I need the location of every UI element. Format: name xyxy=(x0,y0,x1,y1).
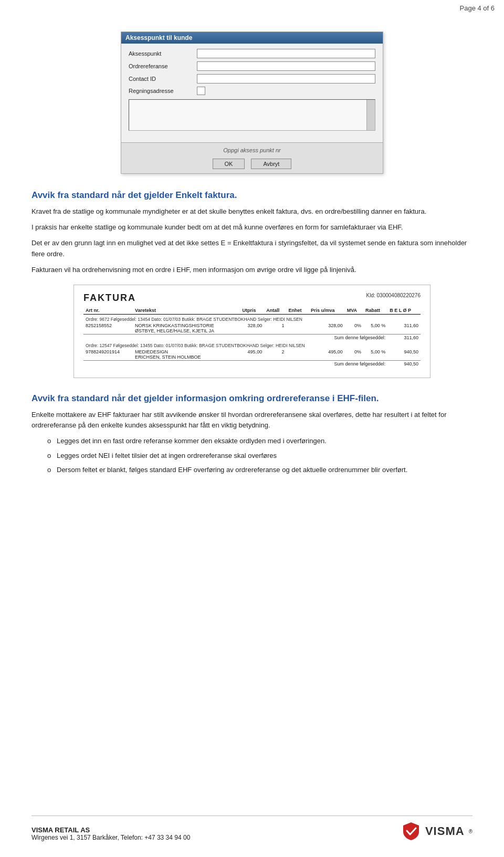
page-footer: VISMA RETAIL AS Wirgenes vei 1, 3157 Bar… xyxy=(32,816,472,841)
col-enhet: Enhet xyxy=(287,307,309,315)
dialog-scrollbar[interactable] xyxy=(366,100,375,130)
dialog-field-ordrereferanse: Ordrereferanse xyxy=(129,61,375,71)
dialog-checkbox-regningsadresse[interactable] xyxy=(197,87,205,95)
dialog-label-aksesspunkt: Aksesspunkt xyxy=(129,50,197,57)
col-belop: B E L Ø P xyxy=(387,307,421,315)
company-address: Wirgenes vei 1, 3157 Barkåker, Telefon: … xyxy=(32,834,190,841)
item-belop-1: 311,60 xyxy=(387,322,421,335)
col-mva: MVA xyxy=(345,307,363,315)
dialog-footer: Oppgi aksess punkt nr OK Avbryt xyxy=(121,142,383,173)
subtotal-row-1: Sum denne følgeseddel: 311,60 xyxy=(83,334,421,341)
item-antall-1: 1 xyxy=(264,322,286,335)
item-row-2: 9788249201914 MEDIEDESIGN ERICHSEN, STEI… xyxy=(83,349,421,361)
item-varetekst-1: NORSK KRINGKASTINGSHISTORIE ØSTBYE, HELG… xyxy=(133,322,240,335)
visma-text: VISMA xyxy=(425,824,465,838)
invoice-box: FAKTURA Kld: 030004080220276 Art nr. Var… xyxy=(74,285,430,378)
bullet-list: Legges det inn en fast ordre referanse k… xyxy=(47,436,472,475)
invoice-title-row: FAKTURA Kld: 030004080220276 xyxy=(83,292,421,304)
visma-icon-svg xyxy=(401,821,421,841)
dialog-ok-button[interactable]: OK xyxy=(213,159,245,169)
col-antall: Antall xyxy=(264,307,286,315)
order-row-2: Ordre: 12547 Følgeseddel: 13455 Dato: 01… xyxy=(83,341,421,349)
item-row-1: 8252158552 NORSK KRINGKASTINGSHISTORIE Ø… xyxy=(83,322,421,335)
section-ordrereferanse-para-1: Enkelte mottakere av EHF fakturaer har s… xyxy=(32,410,472,431)
dialog-inner-area xyxy=(129,99,375,131)
bullet-item-3: Dersom feltet er blankt, følges standard… xyxy=(47,465,472,475)
subtotal-label-1: Sum denne følgeseddel: xyxy=(83,334,387,341)
dialog-input-contactid[interactable] xyxy=(197,74,375,83)
item-utpris-2: 495,00 xyxy=(240,349,264,361)
item-mva-1: 0% xyxy=(345,322,363,335)
section-heading-ordrereferanse: Avvik fra standard når det gjelder infor… xyxy=(32,393,472,404)
item-antall-2: 2 xyxy=(264,349,286,361)
col-utpris: Utpris xyxy=(240,307,264,315)
item-belop-2: 940,50 xyxy=(387,349,421,361)
item-enhet-2 xyxy=(287,349,309,361)
order-row-1: Ordre: 9672 Følgeseddel: 13454 Dato: 01/… xyxy=(83,314,421,322)
dialog-label-ordrereferanse: Ordrereferanse xyxy=(129,63,197,69)
subtotal-value-1: 311,60 xyxy=(387,334,421,341)
section-enkelt-para-1: Kravet fra de statlige og kommunale mynd… xyxy=(32,206,472,217)
item-artnr-2: 9788249201914 xyxy=(83,349,133,361)
dialog-field-aksesspunkt: Aksesspunkt xyxy=(129,49,375,58)
dialog-field-regningsadresse: Regningsadresse xyxy=(129,87,375,95)
subtotal-value-2: 940,50 xyxy=(387,360,421,367)
bullet-item-1: Legges det inn en fast ordre referanse k… xyxy=(47,436,472,446)
footer-company: VISMA RETAIL AS Wirgenes vei 1, 3157 Bar… xyxy=(32,826,190,841)
order-info-2: Ordre: 12547 Følgeseddel: 13455 Dato: 01… xyxy=(83,341,421,349)
dialog-body: Aksesspunkt Ordrereferanse Contact ID Re… xyxy=(121,44,383,142)
section-enkelt-para-3: Det er av den grunn lagt inn en mulighet… xyxy=(32,238,472,259)
subtotal-label-2: Sum denne følgeseddel: xyxy=(83,360,387,367)
company-name: VISMA RETAIL AS xyxy=(32,826,90,834)
invoice-table: Art nr. Varetekst Utpris Antall Enhet Pr… xyxy=(83,307,421,367)
dialog-label-regningsadresse: Regningsadresse xyxy=(129,88,197,94)
item-mva-2: 0% xyxy=(345,349,363,361)
invoice-header-row: Art nr. Varetekst Utpris Antall Enhet Pr… xyxy=(83,307,421,315)
dialog-cancel-button[interactable]: Avbryt xyxy=(251,159,291,169)
col-rabatt: Rabatt xyxy=(363,307,387,315)
dialog-input-aksesspunkt[interactable] xyxy=(197,49,375,58)
invoice-title: FAKTURA xyxy=(83,292,136,304)
dialog-info-text: Oppgi aksess punkt nr xyxy=(223,147,280,153)
item-enhet-1 xyxy=(287,322,309,335)
section-heading-enkelt: Avvik fra standard når det gjelder Enkel… xyxy=(32,190,472,201)
section-enkelt-para-2: I praksis har enkelte statlige og kommun… xyxy=(32,222,472,233)
page-indicator: Page 4 of 6 xyxy=(460,4,495,12)
dialog-titlebar: Aksesspunkt til kunde xyxy=(121,32,383,44)
dialog-screenshot: Aksesspunkt til kunde Aksesspunkt Ordrer… xyxy=(121,32,383,174)
dialog-field-contactid: Contact ID xyxy=(129,74,375,83)
order-info-1: Ordre: 9672 Følgeseddel: 13454 Dato: 01/… xyxy=(83,314,421,322)
col-artnr: Art nr. xyxy=(83,307,133,315)
visma-logo: VISMA® xyxy=(401,821,472,841)
item-artnr-1: 8252158552 xyxy=(83,322,133,335)
item-rabatt-1: 5,00 % xyxy=(363,322,387,335)
dialog-label-contactid: Contact ID xyxy=(129,76,197,82)
item-prismva-1: 328,00 xyxy=(309,322,345,335)
dialog-buttons: OK Avbryt xyxy=(213,159,292,169)
item-varetekst-2: MEDIEDESIGN ERICHSEN, STEIN HOLMBOE xyxy=(133,349,240,361)
item-utpris-1: 328,00 xyxy=(240,322,264,335)
item-rabatt-2: 5,00 % xyxy=(363,349,387,361)
col-prismva: Pris u/mva xyxy=(309,307,345,315)
col-varetekst: Varetekst xyxy=(133,307,240,315)
subtotal-row-2: Sum denne følgeseddel: 940,50 xyxy=(83,360,421,367)
bullet-item-2: Legges ordet NEI i feltet tilsier det at… xyxy=(47,451,472,461)
dialog-input-ordrereferanse[interactable] xyxy=(197,61,375,71)
item-prismva-2: 495,00 xyxy=(309,349,345,361)
invoice-kid: Kld: 030004080220276 xyxy=(366,292,421,298)
section-enkelt-para-4: Fakturaen vil ha ordrehenvisning mot en … xyxy=(32,265,472,275)
visma-reg: ® xyxy=(469,829,472,834)
